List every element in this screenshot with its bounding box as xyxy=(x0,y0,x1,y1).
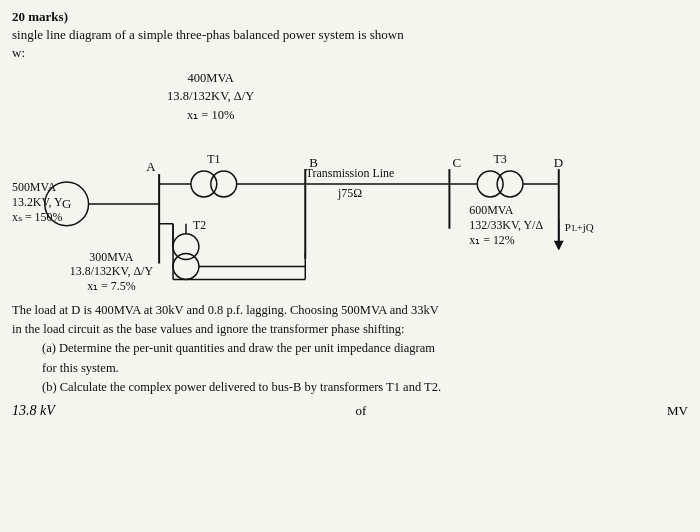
svg-text:T3: T3 xyxy=(493,152,506,166)
svg-text:Transmission Line: Transmission Line xyxy=(306,166,395,180)
problem-part-a: (a) Determine the per-unit quantities an… xyxy=(12,339,688,358)
svg-text:j75Ω: j75Ω xyxy=(337,185,362,199)
footer-of-text: of xyxy=(355,403,366,419)
problem-intro: The load at D is 400MVA at 30kV and 0.8 … xyxy=(12,303,439,317)
svg-text:500MVA: 500MVA xyxy=(12,180,57,194)
header-section: 20 marks) single line diagram of a simpl… xyxy=(12,8,688,63)
svg-text:xₛ = 150%: xₛ = 150% xyxy=(12,209,62,223)
svg-marker-23 xyxy=(554,240,564,250)
intro-cont: w: xyxy=(12,45,25,60)
svg-text:132/33KV, Y/Δ: 132/33KV, Y/Δ xyxy=(469,217,543,231)
svg-text:13.8/132KV, Δ/Y: 13.8/132KV, Δ/Y xyxy=(70,264,154,278)
svg-text:x₁ = 12%: x₁ = 12% xyxy=(469,232,515,246)
svg-text:300MVA: 300MVA xyxy=(89,249,134,263)
svg-point-7 xyxy=(211,171,237,197)
footer-right-text: MV xyxy=(667,403,688,419)
problem-intro2: in the load circuit as the base values a… xyxy=(12,322,405,336)
svg-text:A: A xyxy=(146,159,156,174)
svg-point-30 xyxy=(173,253,199,279)
svg-text:C: C xyxy=(452,155,461,170)
svg-point-16 xyxy=(477,171,503,197)
footer-left-text: 13.8 kV xyxy=(12,403,55,419)
problem-part-b: (b) Calculate the complex power delivere… xyxy=(12,378,688,397)
intro-text: single line diagram of a simple three-ph… xyxy=(12,27,404,42)
svg-text:T1: T1 xyxy=(207,152,220,166)
diagram-area: 400MVA 13.8/132KV, Δ/Y x₁ = 10% G A T xyxy=(12,69,688,299)
page: 20 marks) single line diagram of a simpl… xyxy=(0,0,700,532)
svg-point-17 xyxy=(497,171,523,197)
footer: 13.8 kV of MV xyxy=(12,403,688,419)
svg-text:+jQ: +jQ xyxy=(577,220,594,232)
svg-text:T2: T2 xyxy=(193,217,206,231)
problem-section: The load at D is 400MVA at 30kV and 0.8 … xyxy=(12,301,688,398)
svg-text:13.2KV, Y: 13.2KV, Y xyxy=(12,194,63,208)
svg-text:G: G xyxy=(62,195,71,210)
svg-text:D: D xyxy=(554,155,563,170)
svg-text:P: P xyxy=(565,220,571,232)
svg-point-6 xyxy=(191,171,217,197)
svg-text:600MVA: 600MVA xyxy=(469,202,514,216)
svg-point-29 xyxy=(173,233,199,259)
circuit-diagram: G A T1 B C xyxy=(12,69,688,299)
problem-part-a2: for this system. xyxy=(12,359,688,378)
svg-text:x₁ = 7.5%: x₁ = 7.5% xyxy=(87,279,136,293)
marks-text: 20 marks) xyxy=(12,9,68,24)
